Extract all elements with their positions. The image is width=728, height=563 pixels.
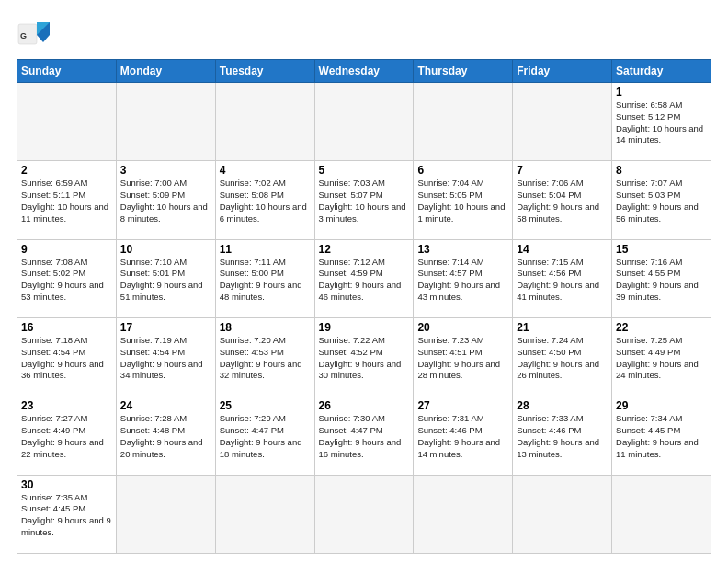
day-info: Sunrise: 7:10 AM Sunset: 5:01 PM Dayligh…	[120, 257, 211, 304]
calendar-cell: 30Sunrise: 7:35 AM Sunset: 4:45 PM Dayli…	[17, 475, 117, 553]
day-number: 10	[120, 243, 211, 256]
day-info: Sunrise: 7:00 AM Sunset: 5:09 PM Dayligh…	[120, 178, 211, 224]
calendar-cell: 16Sunrise: 7:18 AM Sunset: 4:54 PM Dayli…	[17, 317, 117, 396]
calendar-cell: 3Sunrise: 7:00 AM Sunset: 5:09 PM Daylig…	[116, 161, 215, 239]
calendar-cell: 15Sunrise: 7:16 AM Sunset: 4:55 PM Dayli…	[612, 239, 711, 317]
calendar-cell	[612, 475, 711, 553]
day-info: Sunrise: 7:30 AM Sunset: 4:47 PM Dayligh…	[319, 413, 410, 460]
calendar-cell: 5Sunrise: 7:03 AM Sunset: 5:07 PM Daylig…	[314, 161, 414, 239]
day-info: Sunrise: 7:15 AM Sunset: 4:56 PM Dayligh…	[517, 257, 608, 304]
day-info: Sunrise: 7:16 AM Sunset: 4:55 PM Dayligh…	[616, 257, 707, 304]
day-number: 3	[120, 164, 211, 177]
weekday-header-saturday: Saturday	[612, 60, 711, 83]
day-number: 11	[220, 243, 311, 256]
svg-marker-4	[37, 35, 50, 42]
day-number: 30	[21, 478, 112, 491]
calendar-cell	[116, 475, 215, 553]
calendar-cell	[314, 475, 414, 553]
calendar-cell	[116, 83, 215, 161]
calendar-cell: 29Sunrise: 7:34 AM Sunset: 4:45 PM Dayli…	[612, 396, 711, 475]
day-info: Sunrise: 7:12 AM Sunset: 4:59 PM Dayligh…	[319, 257, 410, 304]
day-number: 29	[616, 399, 707, 412]
day-number: 19	[319, 321, 410, 334]
calendar-cell: 25Sunrise: 7:29 AM Sunset: 4:47 PM Dayli…	[215, 396, 314, 475]
calendar-cell: 28Sunrise: 7:33 AM Sunset: 4:46 PM Dayli…	[513, 396, 612, 475]
calendar-cell	[414, 475, 513, 553]
day-number: 14	[517, 243, 608, 256]
calendar-cell	[17, 83, 117, 161]
calendar-week-row: 23Sunrise: 7:27 AM Sunset: 4:49 PM Dayli…	[17, 396, 711, 475]
weekday-header-tuesday: Tuesday	[215, 60, 314, 83]
day-number: 5	[319, 164, 410, 177]
logo-icon: G	[17, 17, 51, 52]
day-number: 18	[220, 321, 311, 334]
day-number: 28	[517, 399, 608, 412]
calendar-cell: 4Sunrise: 7:02 AM Sunset: 5:08 PM Daylig…	[215, 161, 314, 239]
day-number: 8	[616, 164, 707, 177]
day-info: Sunrise: 7:07 AM Sunset: 5:03 PM Dayligh…	[616, 178, 707, 224]
day-info: Sunrise: 6:59 AM Sunset: 5:11 PM Dayligh…	[21, 178, 112, 224]
day-info: Sunrise: 7:27 AM Sunset: 4:49 PM Dayligh…	[21, 413, 112, 460]
calendar-cell	[513, 475, 612, 553]
weekday-header-wednesday: Wednesday	[314, 60, 414, 83]
day-info: Sunrise: 7:35 AM Sunset: 4:45 PM Dayligh…	[21, 492, 112, 539]
weekday-header-friday: Friday	[513, 60, 612, 83]
day-info: Sunrise: 7:31 AM Sunset: 4:46 PM Dayligh…	[417, 413, 508, 460]
calendar-cell: 14Sunrise: 7:15 AM Sunset: 4:56 PM Dayli…	[513, 239, 612, 317]
weekday-header-thursday: Thursday	[414, 60, 513, 83]
day-info: Sunrise: 7:11 AM Sunset: 5:00 PM Dayligh…	[220, 257, 311, 304]
page-header: G	[17, 17, 711, 52]
day-info: Sunrise: 7:34 AM Sunset: 4:45 PM Dayligh…	[616, 413, 707, 460]
day-info: Sunrise: 6:58 AM Sunset: 5:12 PM Dayligh…	[616, 99, 707, 146]
day-number: 22	[616, 321, 707, 334]
logo: G	[17, 17, 55, 52]
day-number: 7	[517, 164, 608, 177]
calendar-cell: 7Sunrise: 7:06 AM Sunset: 5:04 PM Daylig…	[513, 161, 612, 239]
calendar-cell: 10Sunrise: 7:10 AM Sunset: 5:01 PM Dayli…	[116, 239, 215, 317]
calendar-cell	[513, 83, 612, 161]
day-info: Sunrise: 7:19 AM Sunset: 4:54 PM Dayligh…	[120, 335, 211, 382]
day-number: 9	[21, 243, 112, 256]
day-info: Sunrise: 7:29 AM Sunset: 4:47 PM Dayligh…	[220, 413, 311, 460]
calendar-cell: 17Sunrise: 7:19 AM Sunset: 4:54 PM Dayli…	[116, 317, 215, 396]
calendar-cell: 9Sunrise: 7:08 AM Sunset: 5:02 PM Daylig…	[17, 239, 117, 317]
calendar-week-row: 30Sunrise: 7:35 AM Sunset: 4:45 PM Dayli…	[17, 475, 711, 553]
day-info: Sunrise: 7:18 AM Sunset: 4:54 PM Dayligh…	[21, 335, 112, 382]
weekday-header-sunday: Sunday	[17, 60, 117, 83]
day-number: 27	[417, 399, 508, 412]
calendar-cell: 13Sunrise: 7:14 AM Sunset: 4:57 PM Dayli…	[414, 239, 513, 317]
calendar-cell: 8Sunrise: 7:07 AM Sunset: 5:03 PM Daylig…	[612, 161, 711, 239]
calendar-cell: 23Sunrise: 7:27 AM Sunset: 4:49 PM Dayli…	[17, 396, 117, 475]
calendar-week-row: 2Sunrise: 6:59 AM Sunset: 5:11 PM Daylig…	[17, 161, 711, 239]
day-info: Sunrise: 7:04 AM Sunset: 5:05 PM Dayligh…	[417, 178, 508, 224]
day-info: Sunrise: 7:28 AM Sunset: 4:48 PM Dayligh…	[120, 413, 211, 460]
calendar-week-row: 9Sunrise: 7:08 AM Sunset: 5:02 PM Daylig…	[17, 239, 711, 317]
calendar-week-row: 1Sunrise: 6:58 AM Sunset: 5:12 PM Daylig…	[17, 83, 711, 161]
calendar-cell: 22Sunrise: 7:25 AM Sunset: 4:49 PM Dayli…	[612, 317, 711, 396]
day-info: Sunrise: 7:03 AM Sunset: 5:07 PM Dayligh…	[319, 178, 410, 224]
weekday-header-monday: Monday	[116, 60, 215, 83]
day-info: Sunrise: 7:02 AM Sunset: 5:08 PM Dayligh…	[220, 178, 311, 224]
day-number: 20	[417, 321, 508, 334]
calendar-cell: 24Sunrise: 7:28 AM Sunset: 4:48 PM Dayli…	[116, 396, 215, 475]
day-info: Sunrise: 7:33 AM Sunset: 4:46 PM Dayligh…	[517, 413, 608, 460]
calendar-cell: 26Sunrise: 7:30 AM Sunset: 4:47 PM Dayli…	[314, 396, 414, 475]
day-info: Sunrise: 7:23 AM Sunset: 4:51 PM Dayligh…	[417, 335, 508, 382]
calendar-cell: 20Sunrise: 7:23 AM Sunset: 4:51 PM Dayli…	[414, 317, 513, 396]
calendar-cell	[314, 83, 414, 161]
day-number: 17	[120, 321, 211, 334]
calendar-table: SundayMondayTuesdayWednesdayThursdayFrid…	[17, 59, 711, 554]
calendar-cell: 6Sunrise: 7:04 AM Sunset: 5:05 PM Daylig…	[414, 161, 513, 239]
day-number: 15	[616, 243, 707, 256]
calendar-cell	[414, 83, 513, 161]
calendar-week-row: 16Sunrise: 7:18 AM Sunset: 4:54 PM Dayli…	[17, 317, 711, 396]
day-number: 25	[220, 399, 311, 412]
day-number: 1	[616, 86, 707, 98]
day-number: 26	[319, 399, 410, 412]
calendar-cell: 18Sunrise: 7:20 AM Sunset: 4:53 PM Dayli…	[215, 317, 314, 396]
day-number: 6	[417, 164, 508, 177]
day-number: 2	[21, 164, 112, 177]
calendar-cell: 27Sunrise: 7:31 AM Sunset: 4:46 PM Dayli…	[414, 396, 513, 475]
day-number: 23	[21, 399, 112, 412]
day-number: 21	[517, 321, 608, 334]
